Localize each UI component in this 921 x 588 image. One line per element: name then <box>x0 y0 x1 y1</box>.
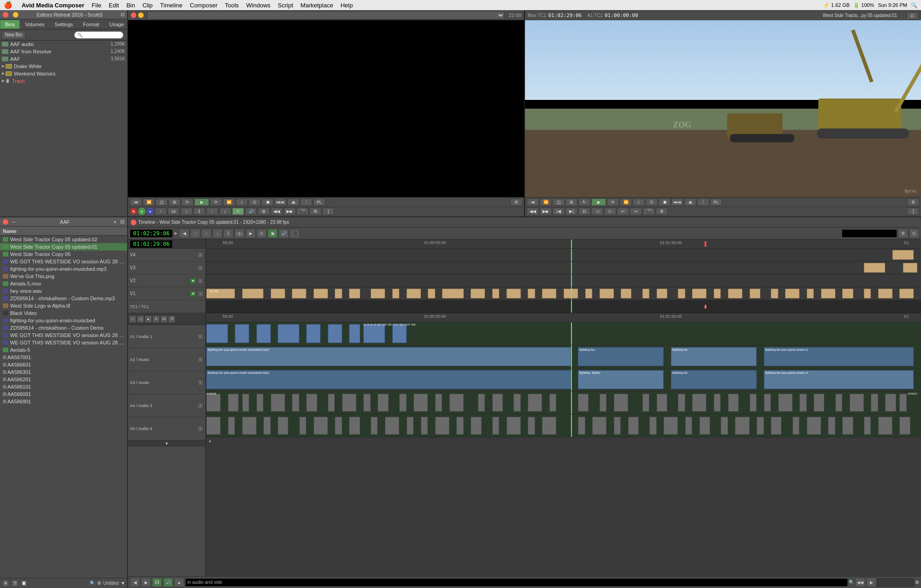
a4-clip-12[interactable] <box>399 394 407 412</box>
v3-clip-1[interactable] <box>903 263 917 273</box>
r-loop-btn[interactable]: ⟳ <box>607 198 619 206</box>
r-rew-btn[interactable]: ◀◀ <box>527 208 539 215</box>
a1-clip-9[interactable] <box>392 324 407 343</box>
mark-out-btn[interactable]: O <box>249 198 261 206</box>
v1-clip-5[interactable] <box>314 289 328 298</box>
a3-clip-4[interactable]: fighting-for-you-quinn-erwin-m <box>764 370 914 389</box>
v1-clip-3[interactable] <box>271 289 285 298</box>
right-bracket-btn[interactable]: ] <box>322 208 334 215</box>
v1-clip-28[interactable] <box>750 289 760 298</box>
a5-clip-8[interactable] <box>335 417 342 435</box>
track-expand-btn[interactable]: ▲ <box>206 437 921 444</box>
aaf-item-5[interactable]: We've Got This.png <box>0 273 127 280</box>
bin-item-aaf-audio[interactable]: AAF audio 1,299K <box>0 41 127 48</box>
tl-camera-btn[interactable]: 🎥 <box>290 229 300 238</box>
stop-btn[interactable]: ⏹ <box>262 198 274 206</box>
aaf-item-3[interactable]: WE GOT THIS WESTSIDE VO session AUG 28 -… <box>0 258 127 265</box>
a5-clip-15[interactable] <box>456 417 464 435</box>
a4-clip-4[interactable] <box>256 394 264 412</box>
app-name[interactable]: Avid Media Composer <box>22 2 84 9</box>
bin-item-weekend-warriors[interactable]: ▶ Weekend Warriors <box>0 70 127 77</box>
r-right-btn[interactable]: ] <box>907 208 919 215</box>
track-monitor-btn[interactable]: ■ <box>190 291 196 297</box>
more-btn[interactable]: ⋮ <box>300 198 312 206</box>
step-back-btn[interactable]: ⏮ <box>130 198 142 206</box>
new-bin-button[interactable]: New Bin <box>2 31 25 39</box>
menu-script[interactable]: Script <box>278 2 293 9</box>
a4-clip-18[interactable] <box>513 394 521 412</box>
tl-lift-btn[interactable]: ↑ <box>190 229 200 238</box>
record-btn[interactable]: ● <box>130 208 137 215</box>
slow-back-btn[interactable]: ⏮⏮ <box>274 198 286 206</box>
v1-clip-35[interactable] <box>878 289 892 298</box>
a5-clip-23[interactable] <box>614 417 621 435</box>
mark-clip-btn[interactable]: ↑ <box>155 208 167 215</box>
a4-clip-19[interactable] <box>528 394 542 412</box>
a5-clip-17[interactable] <box>492 417 500 435</box>
v1-clip-18[interactable] <box>564 289 578 298</box>
r-eject-btn[interactable]: ⏏ <box>684 198 696 206</box>
a4-clip-36[interactable] <box>850 394 864 412</box>
a5-clip-26[interactable] <box>664 417 678 435</box>
tl-bottom-next-btn[interactable]: ▶ <box>141 578 151 587</box>
v1-clip-24[interactable] <box>678 289 685 298</box>
eject-btn[interactable]: ⏏ <box>287 198 299 206</box>
track-enable-btn[interactable]: ↕ <box>197 356 204 363</box>
bins-expand-icon[interactable]: ⊡ <box>121 12 124 17</box>
tl-bottom-audio-btn[interactable]: 🔊 <box>163 578 173 587</box>
search-icon[interactable]: 🔍 <box>911 2 917 8</box>
source-min-btn[interactable] <box>138 12 144 18</box>
clip-btn[interactable]: 🎬 <box>297 208 309 215</box>
a5-clip-1[interactable] <box>206 417 221 435</box>
track-enable-btn[interactable]: ↕ <box>197 425 204 432</box>
a4-clip-29[interactable] <box>728 394 739 412</box>
add-track-btn[interactable]: + <box>129 315 136 323</box>
aaf-close-btn[interactable] <box>3 219 8 225</box>
a4-clip-3[interactable] <box>242 394 250 412</box>
more2-btn[interactable]: ⊞ <box>258 208 270 215</box>
settings-icon[interactable]: ⚙ <box>97 581 101 586</box>
a5-clip-2[interactable] <box>228 417 235 435</box>
track-enable-btn[interactable]: ↕ <box>197 291 204 297</box>
track-sync-btn[interactable]: ⟲ <box>168 315 175 323</box>
a1-clip-4[interactable] <box>278 324 299 343</box>
v1-clip-17[interactable] <box>542 289 556 298</box>
v1-clip-25[interactable] <box>692 289 706 298</box>
aaf-item-21[interactable]: AA586001 <box>0 390 127 398</box>
r-step-back-btn[interactable]: ⏮ <box>527 198 539 206</box>
a5-clip-18[interactable] <box>507 417 521 435</box>
v4-clip-end[interactable] <box>892 250 914 260</box>
a5-clip-37[interactable] <box>864 417 871 435</box>
r-go-in-btn[interactable]: ↩ <box>617 208 629 215</box>
aaf-item-1[interactable]: West Side Tractor Copy 05 updated.01 <box>0 243 127 250</box>
a4-clip-30[interactable] <box>750 394 757 412</box>
aaf-item-17[interactable]: AA586601 <box>0 361 127 368</box>
tl-settings2-icon[interactable]: ⚙ <box>915 580 919 585</box>
aaf-item-19[interactable]: AA586201 <box>0 376 127 383</box>
a4-clip-13[interactable] <box>414 394 428 412</box>
a4-clip-32[interactable] <box>778 394 793 412</box>
a4-clip-11[interactable] <box>378 394 388 412</box>
a4-clip-5[interactable] <box>271 394 285 412</box>
menu-file[interactable]: File <box>92 2 101 9</box>
rec-expand-btn[interactable]: ⊡ <box>906 12 918 19</box>
dropdown-arrow-icon[interactable]: ▼ <box>121 581 125 586</box>
a5-clip-38[interactable] <box>878 417 892 435</box>
menu-tools[interactable]: Tools <box>225 2 239 9</box>
a4-clip-28[interactable] <box>714 394 721 412</box>
a1-clip-2[interactable] <box>235 324 249 343</box>
r-cycle-btn[interactable]: ↻ <box>578 198 590 206</box>
aaf-item-10[interactable]: Black Video <box>0 309 127 317</box>
splice-in-btn[interactable]: ↕ <box>181 208 192 215</box>
aaf-item-8[interactable]: ZD595614 - chriskalhoon - Custom Demo.mp… <box>0 295 127 302</box>
track-enable-btn[interactable]: ↕ <box>197 265 204 271</box>
menu-timeline[interactable]: Timeline <box>160 2 183 9</box>
tl-trim2-btn[interactable]: ⊡ <box>256 229 267 238</box>
menu-composer[interactable]: Composer <box>190 2 217 9</box>
tl-bottom-rewind-btn[interactable]: ◀◀ <box>855 578 865 587</box>
a5-clip-25[interactable] <box>649 417 657 435</box>
blue-btn[interactable]: ● <box>146 208 154 215</box>
a5-clip-9[interactable] <box>349 417 360 435</box>
lift-btn[interactable]: ↑ <box>206 208 218 215</box>
a1-clip-6[interactable] <box>328 324 342 343</box>
